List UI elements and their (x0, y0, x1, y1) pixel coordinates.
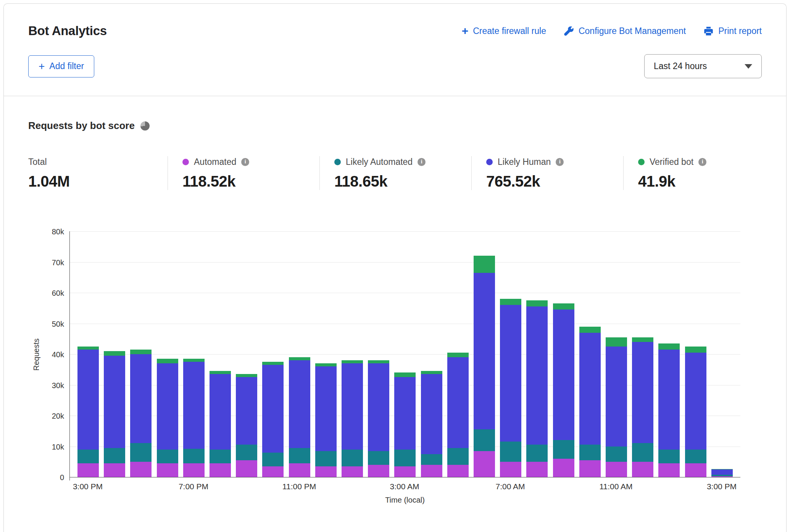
bar-8[interactable] (289, 357, 310, 477)
segment-verified-bot (658, 343, 680, 350)
segment-verified-bot (236, 374, 257, 377)
configure-bot-management-label: Configure Bot Management (579, 26, 686, 36)
info-icon[interactable]: i (556, 158, 564, 166)
bar-20[interactable] (606, 337, 627, 477)
y-tick-label: 60k (52, 289, 64, 297)
bar-11[interactable] (368, 360, 389, 477)
bar-1[interactable] (104, 351, 125, 477)
bar-5[interactable] (210, 371, 231, 477)
segment-likely-human (210, 374, 231, 449)
segment-likely-human (130, 354, 152, 443)
segment-automated (474, 451, 495, 477)
print-report-link[interactable]: Print report (703, 26, 762, 36)
stat-verified-bot: Verified bot i 41.9k (623, 156, 762, 190)
add-filter-button[interactable]: + Add filter (28, 55, 94, 77)
page-title: Bot Analytics (28, 24, 107, 38)
stat-automated: Automated i 118.52k (168, 156, 319, 190)
info-icon[interactable]: i (698, 158, 706, 166)
bar-4[interactable] (183, 359, 205, 477)
x-tick-label: 3:00 PM (73, 482, 103, 491)
segment-verified-bot (500, 299, 521, 305)
bar-22[interactable] (658, 343, 680, 477)
segment-automated (262, 466, 284, 477)
bar-17[interactable] (526, 300, 548, 477)
segment-automated (342, 466, 363, 477)
bar-13[interactable] (421, 371, 442, 477)
y-tick-label: 30k (52, 382, 64, 389)
segment-automated (632, 462, 653, 477)
segment-automated (394, 466, 416, 477)
y-tick-label: 50k (52, 320, 64, 328)
bar-6[interactable] (236, 374, 257, 477)
bar-3[interactable] (157, 359, 178, 477)
pie-chart-icon (140, 121, 150, 131)
bar-16[interactable] (500, 299, 521, 477)
segment-automated (104, 463, 125, 477)
bar-18[interactable] (553, 303, 574, 477)
bar-24[interactable] (711, 469, 733, 477)
segment-likely-automated (606, 447, 627, 462)
bar-14[interactable] (447, 353, 469, 477)
stat-total-label: Total (28, 157, 47, 167)
time-range-dropdown[interactable]: Last 24 hours (644, 54, 762, 78)
segment-likely-human (606, 347, 627, 447)
segment-automated (526, 462, 548, 477)
segment-likely-automated (183, 449, 205, 463)
segment-likely-human (421, 374, 442, 454)
segment-verified-bot (632, 337, 653, 342)
stat-automated-label: Automated (194, 157, 236, 167)
segment-verified-bot (579, 327, 601, 333)
stat-likely-human: Likely Human i 765.52k (471, 156, 623, 190)
segment-likely-human (104, 356, 125, 448)
bar-23[interactable] (685, 347, 706, 477)
bar-12[interactable] (394, 372, 416, 477)
segment-verified-bot (368, 360, 389, 363)
segment-likely-automated (579, 445, 601, 460)
segment-automated (447, 465, 469, 477)
bar-19[interactable] (579, 327, 601, 477)
segment-likely-human (579, 333, 601, 445)
segment-likely-human (447, 357, 469, 448)
configure-bot-management-link[interactable]: Configure Bot Management (564, 26, 686, 36)
bot-analytics-card: Bot Analytics + Create firewall rule Con… (3, 3, 787, 532)
chevron-down-icon (745, 64, 752, 69)
y-tick-label: 70k (52, 259, 64, 266)
bar-0[interactable] (77, 347, 99, 477)
bar-10[interactable] (342, 360, 363, 477)
segment-likely-automated (368, 451, 389, 465)
segment-automated (236, 460, 257, 477)
y-tick-label: 10k (52, 443, 64, 451)
card-header: Bot Analytics + Create firewall rule Con… (4, 4, 786, 96)
segment-likely-automated (77, 450, 99, 463)
segment-automated (606, 462, 627, 477)
segment-automated (183, 463, 205, 477)
segment-likely-automated (447, 448, 469, 465)
bar-21[interactable] (632, 337, 653, 477)
stat-dot-3 (486, 159, 493, 165)
segment-automated (658, 463, 680, 477)
plus-icon: + (39, 62, 45, 71)
segment-likely-automated (315, 451, 337, 466)
segment-likely-automated (421, 454, 442, 465)
segment-verified-bot (394, 372, 416, 377)
segment-likely-automated (500, 442, 521, 461)
segment-automated (315, 466, 337, 477)
y-tick-label: 0 (60, 474, 64, 481)
segment-automated (500, 462, 521, 477)
requests-chart: Requests 010k20k30k40k50k60k70k80k 3:00 … (28, 231, 762, 505)
chart-y-axis-title-col: Requests (28, 231, 44, 477)
create-firewall-rule-label: Create firewall rule (473, 26, 546, 36)
bar-9[interactable] (315, 363, 337, 477)
segment-automated (421, 465, 442, 477)
bar-2[interactable] (130, 350, 152, 477)
create-firewall-rule-link[interactable]: + Create firewall rule (462, 26, 546, 36)
segment-verified-bot (315, 363, 337, 366)
info-icon[interactable]: i (418, 158, 426, 166)
bar-7[interactable] (262, 362, 284, 477)
segment-automated (130, 462, 152, 477)
info-icon[interactable]: i (241, 158, 249, 166)
bar-15[interactable] (474, 256, 495, 477)
x-axis-title: Time (local) (69, 496, 740, 505)
segment-likely-automated (289, 448, 310, 463)
chart-plot-col: 3:00 PM7:00 PM11:00 PM3:00 AM7:00 AM11:0… (69, 231, 740, 505)
